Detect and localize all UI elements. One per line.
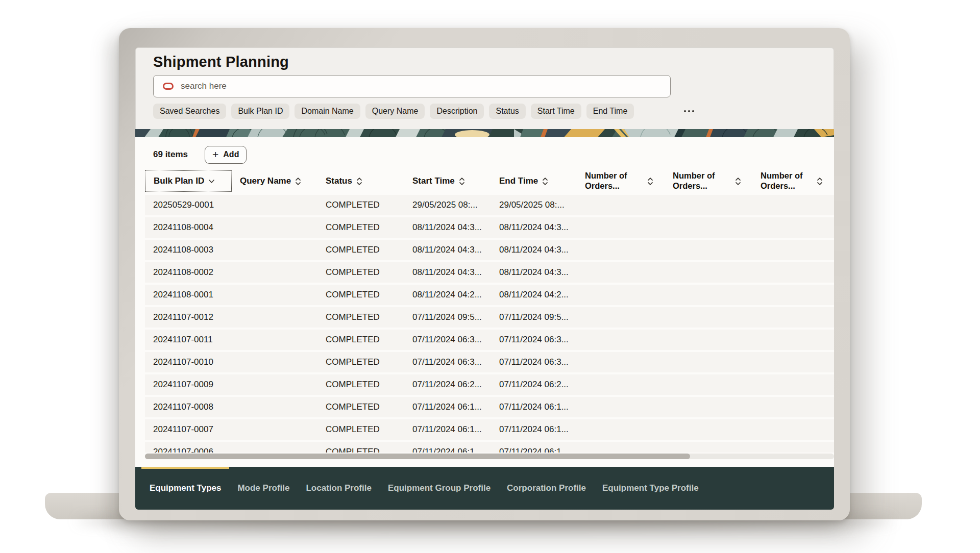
table-row[interactable]: 20241107-0006COMPLETED07/11/2024 06:1...… xyxy=(145,442,834,453)
filter-chip-bulk-plan-id[interactable]: Bulk Plan ID xyxy=(231,104,289,119)
column-header-number-of-orders-6[interactable]: Number of Orders... xyxy=(665,170,752,192)
table-row[interactable]: 20241108-0004COMPLETED08/11/2024 04:3...… xyxy=(145,217,834,238)
table-row[interactable]: 20241107-0007COMPLETED07/11/2024 06:1...… xyxy=(145,419,834,440)
cell-query_name xyxy=(232,330,317,350)
column-header-number-of-orders-5[interactable]: Number of Orders... xyxy=(577,170,665,192)
stage: Shipment Planning Saved SearchesBulk Pla… xyxy=(0,0,980,553)
sort-icon xyxy=(356,177,362,186)
horizontal-scrollbar-track[interactable] xyxy=(145,454,834,459)
column-label: End Time xyxy=(499,176,538,186)
cell-query_name xyxy=(232,442,317,453)
search-input[interactable] xyxy=(181,76,670,97)
cell-start_time: 07/11/2024 06:3... xyxy=(404,352,491,372)
column-label: Number of Orders... xyxy=(673,171,722,191)
cell-end_time: 07/11/2024 06:1... xyxy=(491,397,577,417)
cell-query_name xyxy=(232,240,317,260)
column-label: Start Time xyxy=(412,176,455,186)
items-count: 69 items xyxy=(153,149,188,160)
filter-chip-saved-searches[interactable]: Saved Searches xyxy=(153,104,226,119)
cell-orders_b xyxy=(665,285,752,305)
cell-start_time: 08/11/2024 04:3... xyxy=(404,217,491,238)
oracle-o-icon xyxy=(163,83,174,90)
cell-status: COMPLETED xyxy=(317,240,404,260)
cell-bulk_plan_id: 20241108-0003 xyxy=(145,240,232,260)
column-header-status-2[interactable]: Status xyxy=(317,170,404,192)
column-header-end-time-4[interactable]: End Time xyxy=(491,170,577,192)
column-header-number-of-orders-7[interactable]: Number of Orders... xyxy=(752,170,834,192)
cell-orders_b xyxy=(665,330,752,350)
tab-location-profile[interactable]: Location Profile xyxy=(298,467,379,510)
filter-chip-query-name[interactable]: Query Name xyxy=(365,104,425,119)
sort-icon xyxy=(295,177,301,186)
cell-orders_b xyxy=(665,195,752,215)
search-bar[interactable] xyxy=(153,75,671,97)
column-header-start-time-3[interactable]: Start Time xyxy=(404,170,491,192)
filter-chips-row: Saved SearchesBulk Plan IDDomain NameQue… xyxy=(153,104,834,119)
cell-orders_a xyxy=(577,419,665,440)
cell-end_time: 07/11/2024 06:3... xyxy=(491,352,577,372)
cell-end_time: 07/11/2024 09:5... xyxy=(491,307,577,328)
cell-end_time: 07/11/2024 06:3... xyxy=(491,330,577,350)
filter-chip-description[interactable]: Description xyxy=(430,104,484,119)
tab-mode-profile[interactable]: Mode Profile xyxy=(229,467,298,510)
column-label: Number of Orders... xyxy=(761,171,810,191)
tab-equipment-group-profile[interactable]: Equipment Group Profile xyxy=(380,467,499,510)
table-row[interactable]: 20241107-0012COMPLETED07/11/2024 09:5...… xyxy=(145,307,834,328)
cell-orders_a xyxy=(577,352,665,372)
filter-chip-domain-name[interactable]: Domain Name xyxy=(295,104,360,119)
cell-orders_a xyxy=(577,307,665,328)
main-content: 69 items + Add Bulk Plan IDQuery NameSta… xyxy=(135,137,834,467)
cell-orders_a xyxy=(577,397,665,417)
cell-orders_c xyxy=(752,352,834,372)
table-row[interactable]: 20241108-0002COMPLETED08/11/2024 04:3...… xyxy=(145,262,834,283)
sort-icon xyxy=(542,177,548,186)
table-row[interactable]: 20241107-0011COMPLETED07/11/2024 06:3...… xyxy=(145,330,834,350)
cell-orders_b xyxy=(665,397,752,417)
cell-bulk_plan_id: 20241107-0007 xyxy=(145,419,232,440)
cell-end_time: 07/11/2024 06:2... xyxy=(491,374,577,395)
chips-overflow-button[interactable] xyxy=(681,107,697,115)
page-title: Shipment Planning xyxy=(153,54,834,70)
cell-start_time: 08/11/2024 04:3... xyxy=(404,240,491,260)
cell-bulk_plan_id: 20241107-0009 xyxy=(145,374,232,395)
table-row[interactable]: 20241107-0010COMPLETED07/11/2024 06:3...… xyxy=(145,352,834,372)
tab-corporation-profile[interactable]: Corporation Profile xyxy=(499,467,594,510)
cell-bulk_plan_id: 20241107-0006 xyxy=(145,442,232,453)
cell-orders_b xyxy=(665,374,752,395)
cell-orders_c xyxy=(752,262,834,283)
cell-orders_c xyxy=(752,285,834,305)
tab-equipment-types[interactable]: Equipment Types xyxy=(141,467,229,510)
banner-pattern-graphic xyxy=(135,129,834,137)
tab-equipment-type-profile[interactable]: Equipment Type Profile xyxy=(594,467,707,510)
cell-query_name xyxy=(232,419,317,440)
cell-status: COMPLETED xyxy=(317,442,404,453)
column-header-bulk-plan-id-0[interactable]: Bulk Plan ID xyxy=(145,170,232,192)
filter-chip-end-time[interactable]: End Time xyxy=(586,104,634,119)
cell-query_name xyxy=(232,217,317,238)
table-row[interactable]: 20241108-0001COMPLETED08/11/2024 04:2...… xyxy=(145,285,834,305)
table-row[interactable]: 20250529-0001COMPLETED29/05/2025 08:...2… xyxy=(145,195,834,215)
cell-start_time: 07/11/2024 06:2... xyxy=(404,374,491,395)
horizontal-scrollbar-thumb[interactable] xyxy=(145,454,690,459)
cell-orders_c xyxy=(752,195,834,215)
table-row[interactable]: 20241108-0003COMPLETED08/11/2024 04:3...… xyxy=(145,240,834,260)
table-row[interactable]: 20241107-0008COMPLETED07/11/2024 06:1...… xyxy=(145,397,834,417)
cell-end_time: 08/11/2024 04:3... xyxy=(491,262,577,283)
filter-chip-start-time[interactable]: Start Time xyxy=(531,104,581,119)
cell-end_time: 08/11/2024 04:3... xyxy=(491,240,577,260)
add-button[interactable]: + Add xyxy=(205,146,247,164)
cell-status: COMPLETED xyxy=(317,195,404,215)
sort-icon xyxy=(459,177,465,186)
cell-start_time: 07/11/2024 06:1... xyxy=(404,442,491,453)
table-row[interactable]: 20241107-0009COMPLETED07/11/2024 06:2...… xyxy=(145,374,834,395)
cell-status: COMPLETED xyxy=(317,352,404,372)
cell-start_time: 29/05/2025 08:... xyxy=(404,195,491,215)
app-header: Shipment Planning Saved SearchesBulk Pla… xyxy=(135,47,834,129)
cell-bulk_plan_id: 20250529-0001 xyxy=(145,195,232,215)
cell-orders_b xyxy=(665,217,752,238)
filter-chip-status[interactable]: Status xyxy=(489,104,525,119)
cell-start_time: 07/11/2024 09:5... xyxy=(404,307,491,328)
cell-query_name xyxy=(232,374,317,395)
cell-orders_a xyxy=(577,442,665,453)
column-header-query-name-1[interactable]: Query Name xyxy=(232,170,317,192)
